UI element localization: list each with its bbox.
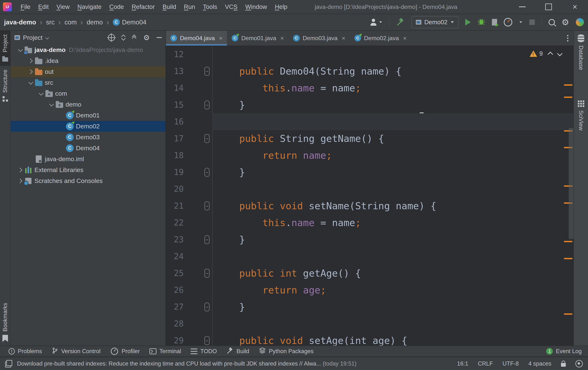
encoding-widget[interactable]: UTF-8 (503, 360, 519, 367)
build-button[interactable] (396, 18, 405, 27)
tree-chevron-box[interactable] (16, 168, 24, 172)
line-separator-widget[interactable]: CRLF (478, 360, 493, 367)
status-message[interactable]: Download pre-built shared indexes: Reduc… (17, 360, 357, 367)
hide-panel-button[interactable] (157, 37, 162, 38)
tree-item-out[interactable]: out (11, 66, 166, 77)
tool-window-button-build[interactable]: Build (222, 346, 254, 357)
fold-start-icon[interactable] (204, 67, 210, 76)
breadcrumb-item-demo[interactable]: demo (87, 19, 103, 26)
tree-item-java-demo-iml[interactable]: java-demo.iml (11, 154, 166, 164)
tree-item-demo03[interactable]: CDemo03 (11, 132, 166, 143)
menu-item-refactor[interactable]: Refactor (128, 3, 159, 10)
tree-item-demo04[interactable]: CDemo04 (11, 143, 166, 154)
tree-chevron-box[interactable] (16, 48, 24, 51)
tree-item-demo[interactable]: demo (11, 99, 166, 110)
more-run-options-button[interactable] (519, 21, 522, 23)
run-button[interactable] (465, 19, 471, 26)
tree-chevron-box[interactable] (26, 70, 34, 73)
event-log-button[interactable]: 1 Event Log (546, 348, 582, 355)
close-button[interactable]: × (562, 0, 588, 14)
menu-item-window[interactable]: Window (242, 3, 271, 10)
tab-demo01-java[interactable]: CDemo01.java (227, 31, 288, 45)
tab-close-icon[interactable] (280, 35, 284, 42)
tab-demo03-java[interactable]: CDemo03.java (289, 31, 350, 45)
breadcrumb-item-src[interactable]: src (46, 19, 55, 26)
tree-chevron-box[interactable] (37, 92, 45, 95)
tool-window-button-version-control[interactable]: Version Control (47, 346, 105, 357)
tree-item-demo02[interactable]: CDemo02 (11, 121, 166, 132)
fold-end-icon[interactable] (204, 302, 210, 311)
tab-demo04-java[interactable]: CDemo04.java (166, 31, 227, 45)
stripe-button-structure[interactable]: Structure (0, 66, 10, 107)
tool-window-button-todo[interactable]: TODO (186, 346, 222, 357)
search-everywhere-button[interactable] (549, 19, 555, 25)
tool-window-button-terminal[interactable]: Terminal (145, 346, 186, 357)
tree-chevron-box[interactable] (47, 103, 55, 106)
stripe-button-bookmarks[interactable]: Bookmarks (0, 299, 10, 346)
tool-window-button-problems[interactable]: Problems (4, 346, 47, 357)
fold-end-icon[interactable] (204, 235, 210, 244)
fold-start-icon[interactable] (204, 134, 210, 143)
fold-start-icon[interactable] (204, 336, 210, 345)
editor-scrollbar[interactable] (569, 128, 574, 239)
tree-item-scratches-and-consoles[interactable]: Scratches and Consoles (11, 175, 166, 186)
status-plugin-icon[interactable] (575, 360, 583, 367)
run-configuration-select[interactable]: Demo02 (411, 16, 459, 28)
tree-chevron-box[interactable] (26, 59, 34, 62)
code-with-me-button[interactable] (370, 19, 382, 26)
readonly-lock-icon[interactable] (561, 363, 566, 367)
indent-widget[interactable]: 4 spaces (528, 360, 551, 367)
expand-collapse-button[interactable] (121, 35, 126, 40)
stripe-button-sciview[interactable]: SciView (574, 96, 588, 134)
tree-item-demo01[interactable]: CDemo01 (11, 110, 166, 121)
breadcrumb-item-demo04[interactable]: CDemo04 (113, 19, 147, 26)
menu-item-help[interactable]: Help (271, 3, 291, 10)
tree-item-src[interactable]: src (11, 77, 166, 88)
breadcrumb-item-com[interactable]: com (64, 19, 77, 26)
panel-options-button[interactable] (143, 34, 150, 41)
tree-item--idea[interactable]: .idea (11, 55, 166, 66)
plugin-sphere-icon[interactable] (576, 18, 584, 26)
settings-button[interactable] (562, 18, 569, 26)
menu-item-tools[interactable]: Tools (199, 3, 221, 10)
tab-close-icon[interactable] (403, 35, 407, 42)
maximize-button[interactable] (536, 0, 562, 14)
menu-item-run[interactable]: Run (180, 3, 199, 10)
fold-start-icon[interactable] (204, 269, 210, 278)
menu-item-file[interactable]: File (17, 3, 34, 10)
fold-end-icon[interactable] (204, 168, 210, 177)
select-opened-file-button[interactable] (108, 34, 115, 41)
debug-button[interactable] (477, 18, 485, 26)
project-panel-title[interactable]: Project (23, 34, 42, 41)
tree-item-com[interactable]: com (11, 88, 166, 99)
menu-item-build[interactable]: Build (159, 3, 180, 10)
tab-options-icon[interactable] (567, 38, 568, 39)
collapse-all-button[interactable] (132, 35, 136, 40)
tab-demo02-java[interactable]: CDemo02.java (350, 31, 411, 45)
run-with-coverage-button[interactable] (492, 19, 497, 26)
menu-item-code[interactable]: Code (105, 3, 128, 10)
caret-position-widget[interactable]: 16:1 (457, 360, 468, 367)
stripe-button-database[interactable]: Database (574, 31, 588, 74)
tree-chevron-box[interactable] (16, 179, 24, 183)
tool-window-button-python-packages[interactable]: Python Packages (254, 346, 318, 357)
menu-item-vcs[interactable]: VCS (221, 3, 242, 10)
menu-item-edit[interactable]: Edit (34, 3, 52, 10)
code-editor[interactable]: 9 1213 public Demo04(String name) {14 th… (166, 46, 574, 346)
fold-end-icon[interactable] (204, 101, 210, 109)
profiler-button[interactable] (504, 18, 512, 26)
fold-start-icon[interactable] (204, 201, 210, 210)
intellij-window: { "window": { "title": "java-demo [D:\\I… (0, 0, 588, 370)
stripe-button-project[interactable]: Project (0, 31, 10, 66)
tree-item-java-demo[interactable]: java-demoD:\IdeaProjects\java-demo (11, 44, 166, 55)
breadcrumb-item-java-demo[interactable]: java-demo (4, 19, 36, 26)
tool-window-button-profiler[interactable]: Profiler (105, 346, 145, 357)
tab-close-icon[interactable] (342, 35, 345, 42)
chevron-down-icon[interactable] (45, 36, 49, 39)
menu-item-navigate[interactable]: Navigate (74, 3, 105, 10)
menu-item-view[interactable]: View (52, 3, 74, 10)
tree-chevron-box[interactable] (26, 81, 34, 84)
tab-close-icon[interactable] (219, 35, 223, 42)
minimize-button[interactable] (509, 0, 536, 14)
tree-item-external-libraries[interactable]: External Libraries (11, 164, 166, 175)
